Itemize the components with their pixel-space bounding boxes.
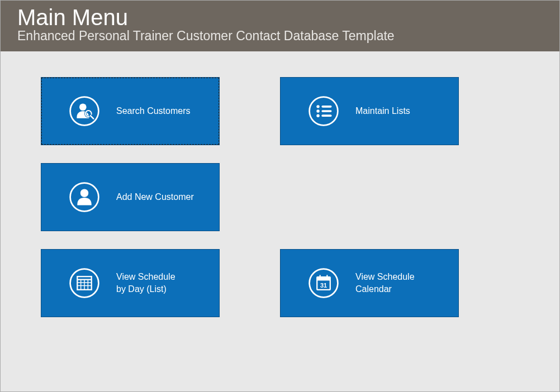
svg-rect-25 xyxy=(317,277,330,280)
tile-label: View Schedule by Day (List) xyxy=(116,271,175,295)
date-calendar-icon: 31 xyxy=(307,267,340,299)
list-icon xyxy=(307,95,340,127)
tile-label: Search Customers xyxy=(116,105,191,117)
svg-point-7 xyxy=(316,105,319,108)
svg-rect-8 xyxy=(321,106,331,108)
svg-rect-10 xyxy=(321,110,331,112)
svg-point-11 xyxy=(316,114,319,117)
person-add-icon xyxy=(68,181,101,213)
tile-label: Maintain Lists xyxy=(355,105,410,117)
tile-grid: Search Customers Maintain Lists xyxy=(41,77,519,317)
svg-rect-12 xyxy=(321,114,331,117)
view-schedule-calendar-button[interactable]: 31 View Schedule Calendar xyxy=(280,249,459,317)
svg-text:31: 31 xyxy=(320,282,327,289)
page-subtitle: Enhanced Personal Trainer Customer Conta… xyxy=(17,28,543,44)
header: Main Menu Enhanced Personal Trainer Cust… xyxy=(1,1,559,51)
empty-cell xyxy=(280,163,459,231)
grid-calendar-icon xyxy=(68,267,101,299)
svg-point-0 xyxy=(70,97,99,126)
view-schedule-by-day-button[interactable]: View Schedule by Day (List) xyxy=(41,249,220,317)
person-search-icon xyxy=(68,95,101,127)
page-title: Main Menu xyxy=(17,5,543,30)
svg-point-9 xyxy=(316,109,319,112)
tile-label: Add New Customer xyxy=(116,191,194,203)
tile-label: View Schedule Calendar xyxy=(355,271,415,295)
content: Search Customers Maintain Lists xyxy=(1,51,559,343)
svg-point-1 xyxy=(79,103,87,111)
search-customers-button[interactable]: Search Customers xyxy=(41,77,220,145)
maintain-lists-button[interactable]: Maintain Lists xyxy=(280,77,459,145)
svg-point-14 xyxy=(80,189,89,198)
add-new-customer-button[interactable]: Add New Customer xyxy=(41,163,220,231)
